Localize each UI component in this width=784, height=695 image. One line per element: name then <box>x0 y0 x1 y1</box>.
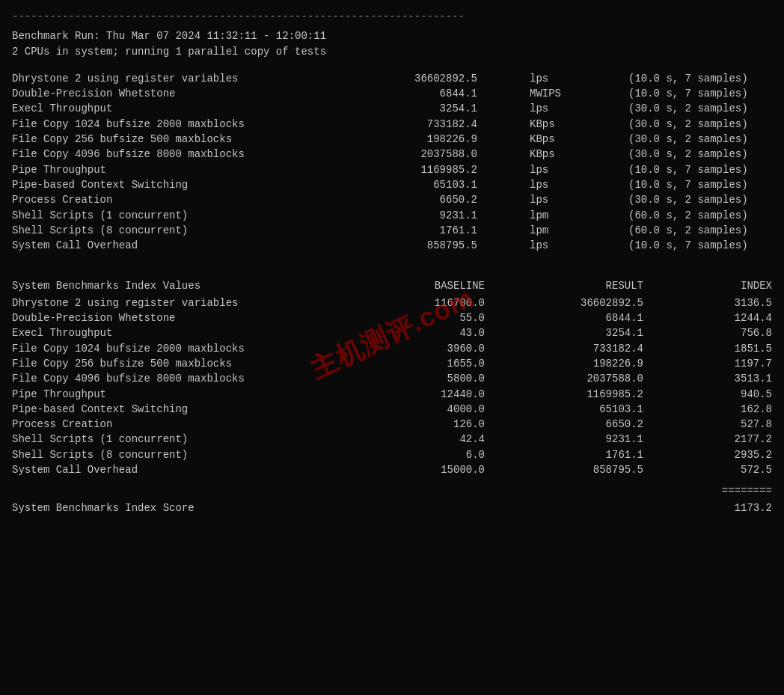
equals-row: ======== <box>12 483 772 498</box>
bench-name: Execl Throughput <box>12 101 326 116</box>
bench-samples: (10.0 s, 7 samples) <box>622 238 772 253</box>
index-header-result: RESULT <box>539 278 643 293</box>
bench-value: 3254.1 <box>373 101 477 116</box>
idx-index: 572.5 <box>697 462 772 477</box>
bench-name: System Call Overhead <box>12 238 326 253</box>
bench-row: Shell Scripts (1 concurrent)9231.1lpm(60… <box>12 208 772 223</box>
idx-name: File Copy 1024 bufsize 2000 maxblocks <box>12 341 326 356</box>
idx-index: 527.8 <box>697 417 772 432</box>
index-row: Double-Precision Whetstone55.06844.11244… <box>12 310 772 325</box>
idx-result: 6650.2 <box>539 417 643 432</box>
index-header-label: System Benchmarks Index Values <box>12 278 326 293</box>
bench-name: Dhrystone 2 using register variables <box>12 71 326 86</box>
index-header-index: INDEX <box>697 278 772 293</box>
idx-result: 1169985.2 <box>539 387 643 402</box>
bench-name: File Copy 1024 bufsize 2000 maxblocks <box>12 117 326 132</box>
idx-baseline: 3960.0 <box>380 341 485 356</box>
idx-baseline: 1655.0 <box>380 356 485 371</box>
bench-row: System Call Overhead858795.5lps(10.0 s, … <box>12 238 772 253</box>
idx-index: 3513.1 <box>697 371 772 386</box>
bench-value: 198226.9 <box>373 132 477 147</box>
bench-name: File Copy 256 bufsize 500 maxblocks <box>12 132 326 147</box>
index-row: Process Creation126.06650.2527.8 <box>12 417 772 432</box>
idx-index: 940.5 <box>697 387 772 402</box>
bench-samples: (30.0 s, 2 samples) <box>622 147 772 162</box>
bench-row: Execl Throughput3254.1lps(30.0 s, 2 samp… <box>12 101 772 116</box>
index-row: Pipe-based Context Switching4000.065103.… <box>12 402 772 417</box>
idx-name: Execl Throughput <box>12 325 326 340</box>
score-label: System Benchmarks Index Score <box>12 500 195 515</box>
idx-index: 2935.2 <box>697 447 772 462</box>
idx-result: 733182.4 <box>539 341 643 356</box>
bench-value: 9231.1 <box>373 208 477 223</box>
header-section: Benchmark Run: Thu Mar 07 2024 11:32:11 … <box>12 28 772 59</box>
bench-unit: lpm <box>524 208 576 223</box>
separator-line: ----------------------------------------… <box>12 9 772 24</box>
idx-name: File Copy 4096 bufsize 8000 maxblocks <box>12 371 326 386</box>
idx-index: 2177.2 <box>697 432 772 447</box>
idx-baseline: 43.0 <box>380 325 485 340</box>
idx-result: 1761.1 <box>539 447 643 462</box>
idx-baseline: 116700.0 <box>380 296 485 310</box>
index-row: Shell Scripts (8 concurrent)6.01761.1293… <box>12 447 772 462</box>
bench-unit: MWIPS <box>524 86 576 101</box>
bench-name: Pipe Throughput <box>12 162 326 177</box>
idx-index: 3136.5 <box>697 296 772 310</box>
index-row: File Copy 256 bufsize 500 maxblocks1655.… <box>12 356 772 371</box>
bench-value: 2037588.0 <box>373 147 477 162</box>
bench-samples: (30.0 s, 2 samples) <box>622 192 772 207</box>
index-row: Pipe Throughput12440.01169985.2940.5 <box>12 387 772 402</box>
bench-unit: lps <box>524 162 576 177</box>
bench-unit: KBps <box>524 147 576 162</box>
bench-unit: lps <box>524 71 576 86</box>
idx-baseline: 5800.0 <box>380 371 485 386</box>
idx-index: 1244.4 <box>697 310 772 325</box>
index-header-baseline: BASELINE <box>380 278 485 293</box>
bench-row: File Copy 256 bufsize 500 maxblocks19822… <box>12 132 772 147</box>
bench-samples: (10.0 s, 7 samples) <box>622 71 772 86</box>
idx-name: Dhrystone 2 using register variables <box>12 296 326 310</box>
index-row: File Copy 1024 bufsize 2000 maxblocks396… <box>12 341 772 356</box>
bench-row: Process Creation6650.2lps(30.0 s, 2 samp… <box>12 192 772 207</box>
index-row: System Call Overhead15000.0858795.5572.5 <box>12 462 772 477</box>
benchmark-run-line: Benchmark Run: Thu Mar 07 2024 11:32:11 … <box>12 28 772 43</box>
index-row: Dhrystone 2 using register variables1167… <box>12 296 772 310</box>
index-header-row: System Benchmarks Index Values BASELINE … <box>12 278 772 293</box>
idx-name: Pipe Throughput <box>12 387 326 402</box>
bench-row: Shell Scripts (8 concurrent)1761.1lpm(60… <box>12 223 772 238</box>
bench-samples: (10.0 s, 7 samples) <box>622 86 772 101</box>
bench-name: Process Creation <box>12 192 326 207</box>
bench-name: Pipe-based Context Switching <box>12 177 326 192</box>
bench-value: 1761.1 <box>373 223 477 238</box>
index-row: Shell Scripts (1 concurrent)42.49231.121… <box>12 432 772 447</box>
idx-baseline: 42.4 <box>380 432 485 447</box>
score-value: 1173.2 <box>697 500 772 515</box>
bench-row: File Copy 1024 bufsize 2000 maxblocks733… <box>12 117 772 132</box>
idx-baseline: 15000.0 <box>380 462 485 477</box>
bench-name: Shell Scripts (8 concurrent) <box>12 223 326 238</box>
bench-unit: lps <box>524 238 576 253</box>
idx-index: 1851.5 <box>697 341 772 356</box>
bench-row: Double-Precision Whetstone6844.1MWIPS(10… <box>12 86 772 101</box>
bench-value: 858795.5 <box>373 238 477 253</box>
bench-value: 6844.1 <box>373 86 477 101</box>
bench-value: 36602892.5 <box>373 71 477 86</box>
bench-row: Dhrystone 2 using register variables3660… <box>12 71 772 86</box>
bench-value: 1169985.2 <box>373 162 477 177</box>
idx-result: 198226.9 <box>539 356 643 371</box>
idx-name: Shell Scripts (1 concurrent) <box>12 432 326 447</box>
idx-result: 65103.1 <box>539 402 643 417</box>
idx-index: 756.8 <box>697 325 772 340</box>
bench-value: 65103.1 <box>373 177 477 192</box>
idx-name: Shell Scripts (8 concurrent) <box>12 447 326 462</box>
bench-samples: (10.0 s, 7 samples) <box>622 177 772 192</box>
idx-baseline: 6.0 <box>380 447 485 462</box>
idx-result: 36602892.5 <box>539 296 643 310</box>
idx-baseline: 55.0 <box>380 310 485 325</box>
idx-index: 1197.7 <box>697 356 772 371</box>
bench-name: File Copy 4096 bufsize 8000 maxblocks <box>12 147 326 162</box>
idx-index: 162.8 <box>697 402 772 417</box>
score-row: System Benchmarks Index Score 1173.2 <box>12 500 772 515</box>
idx-result: 858795.5 <box>539 462 643 477</box>
benchmark-results-table: Dhrystone 2 using register variables3660… <box>12 71 772 254</box>
